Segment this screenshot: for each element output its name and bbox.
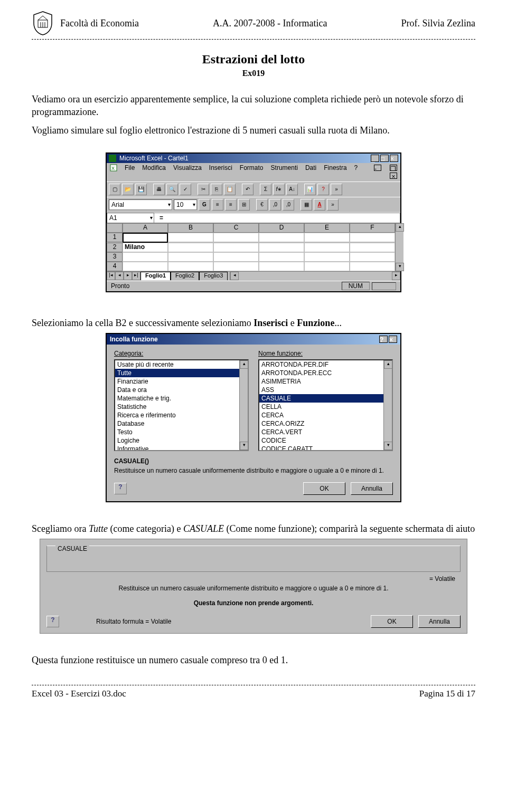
menu-file[interactable]: File (125, 164, 135, 171)
row-1[interactable]: 1 (107, 233, 123, 242)
currency-icon[interactable]: € (256, 199, 268, 211)
func-item-5[interactable]: CELLA (259, 403, 392, 411)
category-listbox[interactable]: Usate più di recente Tutte Finanziarie D… (114, 359, 249, 451)
cell-D4[interactable] (259, 262, 304, 271)
func-item-0[interactable]: ARROTONDA.PER.DIF (259, 360, 392, 369)
func-item-9[interactable]: CODICE (259, 436, 392, 445)
tab-first-icon[interactable]: |◂ (107, 272, 115, 280)
dialog-help-button[interactable]: ? (379, 336, 388, 343)
font-combo[interactable]: Arial (109, 199, 172, 210)
select-all-corner[interactable] (107, 223, 123, 233)
row-2[interactable]: 2 (107, 243, 123, 252)
undo-icon[interactable]: ↶ (242, 184, 253, 195)
borders-icon[interactable]: ▦ (301, 199, 312, 211)
cancel-button[interactable]: Annulla (351, 482, 393, 495)
doc-restore-button[interactable]: ❐ (390, 165, 397, 171)
horizontal-scrollbar[interactable]: ◂ ▸ (230, 272, 400, 280)
cat-item-0[interactable]: Usate più di recente (115, 360, 248, 369)
sheet-tab-1[interactable]: Foglio1 (140, 272, 171, 280)
inc-decimal-icon[interactable]: ,0 (269, 199, 281, 211)
cell-E4[interactable] (304, 262, 350, 271)
cat-item-10[interactable]: Informative (115, 445, 248, 451)
function-listbox[interactable]: ARROTONDA.PER.DIF ARROTONDA.PER.ECC ASIM… (258, 359, 393, 451)
cell-F2[interactable] (350, 243, 395, 252)
menu-window[interactable]: Finestra (324, 164, 346, 171)
menu-tools[interactable]: Strumenti (271, 164, 298, 171)
autosum-icon[interactable]: Σ (260, 184, 271, 195)
cell-B1[interactable] (168, 233, 213, 242)
cut-icon[interactable]: ✂ (198, 184, 209, 195)
func-item-4[interactable]: CASUALE (259, 394, 392, 403)
sheet-tab-3[interactable]: Foglio3 (199, 272, 228, 280)
args-ok-button[interactable]: OK (371, 615, 413, 628)
args-cancel-button[interactable]: Annulla (418, 615, 461, 628)
menu-help[interactable]: ? (354, 164, 358, 171)
cell-C3[interactable] (213, 252, 259, 262)
cat-item-9[interactable]: Logiche (115, 436, 248, 445)
func-item-3[interactable]: ASS (259, 386, 392, 394)
minimize-button[interactable]: _ (371, 155, 379, 162)
row-3[interactable]: 3 (107, 252, 123, 262)
cell-D3[interactable] (259, 252, 304, 262)
more-icon[interactable]: » (331, 184, 342, 195)
scroll-left-icon[interactable]: ◂ (230, 272, 239, 280)
bold-icon[interactable]: G (199, 199, 210, 211)
cat-item-8[interactable]: Testo (115, 428, 248, 436)
close-button[interactable]: × (390, 155, 398, 162)
save-icon[interactable]: 💾 (135, 184, 147, 195)
cell-A4[interactable] (123, 262, 168, 271)
cell-B4[interactable] (168, 262, 213, 271)
cell-B3[interactable] (168, 252, 213, 262)
func-item-2[interactable]: ASIMMETRIA (259, 377, 392, 386)
cell-C4[interactable] (213, 262, 259, 271)
ok-button[interactable]: OK (303, 482, 345, 495)
sort-asc-icon[interactable]: A↓ (286, 184, 298, 195)
cell-A1[interactable] (123, 233, 168, 243)
doc-minimize-button[interactable]: - (374, 165, 381, 171)
formula-bar[interactable]: = (154, 213, 400, 223)
cat-item-4[interactable]: Matematiche e trig. (115, 394, 248, 403)
open-icon[interactable]: 📂 (122, 184, 134, 195)
tab-prev-icon[interactable]: ◂ (115, 272, 124, 280)
cat-item-2[interactable]: Finanziarie (115, 377, 248, 386)
cat-item-1[interactable]: Tutte (115, 369, 248, 377)
col-B[interactable]: B (168, 223, 213, 233)
help-icon[interactable]: ? (317, 184, 329, 195)
col-F[interactable]: F (350, 223, 395, 233)
doc-close-button[interactable]: × (390, 173, 397, 179)
cell-E1[interactable] (304, 233, 350, 242)
menu-edit[interactable]: Modifica (142, 164, 166, 171)
cell-A3[interactable] (123, 252, 168, 262)
col-D[interactable]: D (259, 223, 304, 233)
sheet-tab-2[interactable]: Foglio2 (171, 272, 199, 280)
chart-icon[interactable]: 📊 (304, 184, 316, 195)
func-item-8[interactable]: CERCA.VERT (259, 428, 392, 436)
col-A[interactable]: A (123, 223, 168, 233)
name-box[interactable]: A1 (107, 213, 154, 223)
scroll-down-icon[interactable]: ▾ (396, 263, 404, 271)
cell-F3[interactable] (350, 252, 395, 262)
more-fmt-icon[interactable]: » (327, 199, 339, 211)
paste-icon[interactable]: 📋 (224, 184, 236, 195)
align-right-icon[interactable]: ≡ (225, 199, 237, 211)
dec-decimal-icon[interactable]: ,0 (283, 199, 294, 211)
cell-F4[interactable] (350, 262, 395, 271)
align-left-icon[interactable]: ≡ (212, 199, 223, 211)
spellcheck-icon[interactable]: ✓ (180, 184, 191, 195)
menu-view[interactable]: Visualizza (173, 164, 202, 171)
vertical-scrollbar[interactable]: ▴ ▾ (395, 223, 403, 271)
fontsize-combo[interactable]: 10 (174, 199, 197, 210)
cat-item-5[interactable]: Statistiche (115, 403, 248, 411)
copy-icon[interactable]: ⎘ (211, 184, 222, 195)
func-item-10[interactable]: CODICE.CARATT (259, 445, 392, 451)
cat-scrollbar[interactable]: ▴▾ (239, 360, 248, 450)
cat-item-6[interactable]: Ricerca e riferimento (115, 411, 248, 419)
cell-D1[interactable] (259, 233, 304, 242)
tab-last-icon[interactable]: ▸| (132, 272, 140, 280)
preview-icon[interactable]: 🔍 (166, 184, 178, 195)
cell-E2[interactable] (304, 243, 350, 252)
help-button[interactable]: ? (114, 483, 127, 494)
new-icon[interactable]: ▢ (109, 184, 120, 195)
cell-C1[interactable] (213, 233, 259, 242)
menu-insert[interactable]: Inserisci (209, 164, 232, 171)
